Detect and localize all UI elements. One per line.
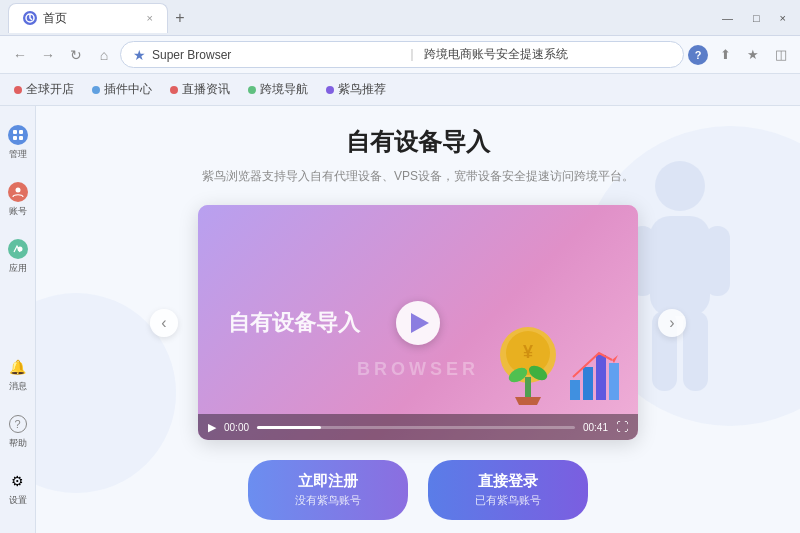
bookmark-recommend[interactable]: 紫鸟推荐 — [318, 77, 394, 102]
back-btn[interactable]: ← — [8, 43, 32, 67]
title-bar: 首页 × + — □ × — [0, 0, 800, 36]
svg-point-6 — [17, 247, 22, 252]
tab-area: 首页 × + — [8, 3, 716, 33]
bookmark-dot — [248, 86, 256, 94]
sidebar-label-help: 帮助 — [9, 437, 27, 450]
page-url-title: 跨境电商账号安全提速系统 — [424, 46, 672, 63]
fullscreen-btn[interactable]: ⛶ — [616, 420, 628, 434]
video-progress-bar[interactable] — [257, 426, 575, 429]
new-tab-btn[interactable]: + — [168, 6, 192, 30]
home-btn[interactable]: ⌂ — [92, 43, 116, 67]
window-controls: — □ × — [716, 10, 792, 26]
bookmark-label: 紫鸟推荐 — [338, 81, 386, 98]
account-icon — [7, 181, 29, 203]
video-play-ctrl[interactable]: ▶ — [208, 421, 216, 434]
bookmark-live-news[interactable]: 直播资讯 — [162, 77, 238, 102]
login-btn[interactable]: 直接登录 已有紫鸟账号 — [428, 460, 588, 520]
svg-rect-1 — [13, 130, 17, 134]
register-btn[interactable]: 立即注册 没有紫鸟账号 — [248, 460, 408, 520]
svg-rect-12 — [683, 311, 708, 391]
refresh-btn[interactable]: ↻ — [64, 43, 88, 67]
sidebar-item-message[interactable]: 🔔 消息 — [3, 348, 33, 401]
site-name: Super Browser — [152, 48, 400, 62]
bookmark-dot — [14, 86, 22, 94]
tab-favicon — [23, 11, 37, 25]
play-button[interactable] — [396, 301, 440, 345]
register-btn-sub-label: 没有紫鸟账号 — [295, 493, 361, 508]
url-separator: ｜ — [406, 46, 418, 63]
address-bar: ← → ↻ ⌂ ★ Super Browser ｜ 跨境电商账号安全提速系统 ?… — [0, 36, 800, 74]
tab-title: 首页 — [43, 10, 67, 27]
sidebar-item-manage[interactable]: 管理 — [3, 116, 33, 169]
help-circle-icon: ? — [7, 413, 29, 435]
page-area: 自有设备导入 紫鸟浏览器支持导入自有代理设备、VPS设备，宽带设备安全提速访问跨… — [36, 106, 800, 533]
video-controls: ▶ 00:00 00:41 ⛶ — [198, 414, 638, 440]
video-player: 自有设备导入 BROWSER — [198, 205, 638, 440]
svg-marker-17 — [515, 397, 541, 405]
svg-point-5 — [15, 188, 20, 193]
bookmark-cross-nav[interactable]: 跨境导航 — [240, 77, 316, 102]
page-title: 自有设备导入 — [346, 126, 490, 158]
action-buttons: 立即注册 没有紫鸟账号 直接登录 已有紫鸟账号 — [248, 460, 588, 520]
sidebar: 管理 账号 应用 — [0, 106, 36, 533]
next-arrow-btn[interactable]: › — [658, 309, 686, 337]
site-favicon: ★ — [133, 47, 146, 63]
svg-rect-23 — [609, 363, 619, 400]
address-bar-icons: ? ⬆ ★ ◫ — [688, 44, 792, 66]
sidebar-bottom: 🔔 消息 ? 帮助 ⚙ 设置 — [1, 346, 35, 525]
svg-rect-22 — [596, 355, 606, 400]
svg-marker-24 — [612, 355, 618, 363]
prev-arrow-btn[interactable]: ‹ — [150, 309, 178, 337]
svg-rect-20 — [570, 380, 580, 400]
bell-icon: 🔔 — [7, 356, 29, 378]
svg-rect-21 — [583, 367, 593, 400]
bookmark-icon[interactable]: ★ — [742, 44, 764, 66]
video-background: 自有设备导入 BROWSER — [198, 205, 638, 440]
sidebar-item-app[interactable]: 应用 — [3, 230, 33, 283]
win-minimize[interactable]: — — [716, 10, 739, 26]
sidebar-label-manage: 管理 — [9, 148, 27, 161]
sidebar-label-message: 消息 — [9, 380, 27, 393]
bookmark-label: 全球开店 — [26, 81, 74, 98]
app-icon — [7, 238, 29, 260]
svg-rect-16 — [525, 377, 531, 397]
register-btn-main-label: 立即注册 — [298, 472, 358, 491]
bookmark-plugin-center[interactable]: 插件中心 — [84, 77, 160, 102]
sidebar-item-account[interactable]: 账号 — [3, 173, 33, 226]
bookmark-label: 插件中心 — [104, 81, 152, 98]
sidebar-label-account: 账号 — [9, 205, 27, 218]
bookmark-dot — [92, 86, 100, 94]
bookmark-dot — [326, 86, 334, 94]
svg-rect-10 — [705, 226, 730, 296]
sidebar-label-app: 应用 — [9, 262, 27, 275]
bookmark-dot — [170, 86, 178, 94]
play-icon — [411, 313, 429, 333]
tab-close-btn[interactable]: × — [147, 12, 153, 24]
win-maximize[interactable]: □ — [747, 10, 766, 26]
sidebar-item-settings[interactable]: ⚙ 设置 — [3, 462, 33, 515]
extensions-icon[interactable]: ◫ — [770, 44, 792, 66]
svg-rect-3 — [13, 136, 17, 140]
bookmark-global-shop[interactable]: 全球开店 — [6, 77, 82, 102]
active-tab[interactable]: 首页 × — [8, 3, 168, 33]
page-subtitle: 紫鸟浏览器支持导入自有代理设备、VPS设备，宽带设备安全提速访问跨境平台。 — [202, 168, 634, 185]
gear-icon: ⚙ — [7, 470, 29, 492]
share-icon[interactable]: ⬆ — [714, 44, 736, 66]
svg-rect-4 — [19, 136, 23, 140]
svg-text:¥: ¥ — [523, 342, 533, 362]
win-close[interactable]: × — [774, 10, 792, 26]
video-title-overlay: 自有设备导入 — [228, 308, 360, 338]
video-time-total: 00:41 — [583, 422, 608, 433]
sidebar-item-help[interactable]: ? 帮助 — [3, 405, 33, 458]
video-decoration: ¥ — [493, 325, 623, 405]
forward-btn[interactable]: → — [36, 43, 60, 67]
login-btn-sub-label: 已有紫鸟账号 — [475, 493, 541, 508]
bookmark-label: 跨境导航 — [260, 81, 308, 98]
main-content: 管理 账号 应用 — [0, 106, 800, 533]
sidebar-label-settings: 设置 — [9, 494, 27, 507]
manage-icon — [7, 124, 29, 146]
bookmarks-bar: 全球开店 插件中心 直播资讯 跨境导航 紫鸟推荐 — [0, 74, 800, 106]
url-bar[interactable]: ★ Super Browser ｜ 跨境电商账号安全提速系统 — [120, 41, 684, 68]
help-icon[interactable]: ? — [688, 45, 708, 65]
video-time-current: 00:00 — [224, 422, 249, 433]
